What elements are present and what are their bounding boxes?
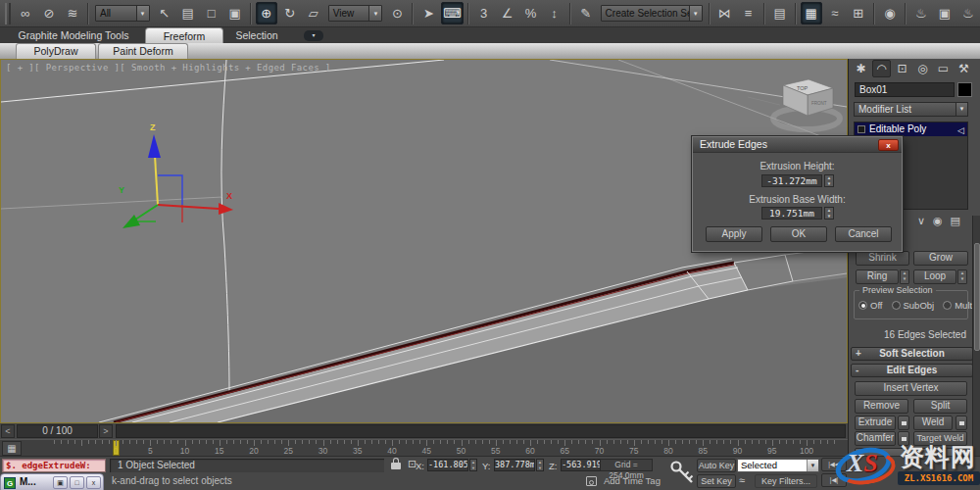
key-filters-button[interactable]: Key Filters... bbox=[755, 474, 817, 488]
loop-spinner[interactable]: ▲▼ bbox=[957, 270, 967, 284]
scrollbar-thumb[interactable] bbox=[974, 243, 980, 351]
percent-snap-icon[interactable]: % bbox=[520, 2, 542, 24]
radio-multi[interactable]: Multi bbox=[943, 300, 974, 311]
grow-button[interactable]: Grow bbox=[913, 251, 968, 266]
x-spinner[interactable]: ▲▼ bbox=[469, 459, 477, 471]
set-key-button[interactable]: Set Key bbox=[697, 474, 736, 488]
ribbon-subtab-polydraw[interactable]: PolyDraw bbox=[16, 43, 96, 59]
render-production-icon[interactable]: ♨ bbox=[957, 2, 979, 24]
select-and-move-icon[interactable]: ⊕ bbox=[256, 2, 277, 24]
motion-tab-icon[interactable]: ◎ bbox=[913, 60, 932, 77]
ribbon-tab-selection[interactable]: Selection bbox=[227, 27, 286, 43]
insert-vertex-button[interactable]: Insert Vertex bbox=[855, 381, 967, 396]
chevron-down-icon[interactable]: ▼ bbox=[807, 460, 818, 471]
display-tab-icon[interactable]: ▭ bbox=[934, 60, 953, 77]
ribbon-tab-graphite-modeling-tools[interactable]: Graphite Modeling Tools bbox=[10, 27, 137, 43]
radio-off[interactable]: Off bbox=[858, 300, 883, 311]
schematic-view-icon[interactable]: ⊞ bbox=[848, 2, 869, 24]
ring-spinner[interactable]: ▲▼ bbox=[900, 270, 909, 284]
rollout-edit-edges[interactable]: -Edit Edges bbox=[851, 364, 973, 377]
rectangular-selection-region-icon[interactable]: □ bbox=[201, 2, 222, 24]
next-frame-arrow-button[interactable]: > bbox=[99, 424, 113, 438]
chevron-down-icon[interactable]: ▼ bbox=[368, 6, 381, 21]
extrusion-base-width-field[interactable]: 19.751mm bbox=[761, 207, 822, 220]
select-by-name-icon[interactable]: ▤ bbox=[177, 2, 199, 24]
radio-dot[interactable] bbox=[858, 301, 867, 310]
pin-stack-icon[interactable]: ∨ bbox=[917, 214, 925, 228]
hierarchy-tab-icon[interactable]: ⊡ bbox=[893, 60, 911, 77]
named-selection-set-dropdown[interactable]: Create Selection Se▼ bbox=[601, 5, 703, 22]
add-time-tag[interactable]: Add Time Tag bbox=[604, 475, 661, 486]
select-and-manipulate-icon[interactable]: ➤ bbox=[417, 2, 439, 24]
x-coordinate-field[interactable]: -161.805m bbox=[427, 459, 468, 471]
rollout-soft-selection[interactable]: +Soft Selection bbox=[851, 347, 973, 361]
align-icon[interactable]: ≡ bbox=[738, 2, 760, 24]
ribbon-tab-freeform[interactable]: Freeform bbox=[145, 27, 223, 43]
z-coordinate-field[interactable]: -563.919m bbox=[561, 459, 602, 471]
viewport-label[interactable]: [ + ][ Perspective ][ Smooth + Highlight… bbox=[6, 63, 331, 73]
select-and-scale-icon[interactable]: ▱ bbox=[303, 2, 324, 24]
layer-manager-icon[interactable]: ▤ bbox=[769, 2, 791, 24]
angle-snap-icon[interactable]: ∠ bbox=[497, 2, 518, 24]
cancel-button[interactable]: Cancel bbox=[835, 226, 892, 242]
chevron-down-icon[interactable]: ▼ bbox=[689, 6, 702, 21]
weld-settings-button[interactable] bbox=[956, 416, 967, 430]
chevron-down-icon[interactable]: ▼ bbox=[956, 103, 967, 116]
close-icon[interactable]: x bbox=[878, 139, 899, 151]
key-mode-dropdown[interactable]: Selected ▼ bbox=[737, 459, 819, 472]
bind-to-space-warp-icon[interactable]: ≋ bbox=[62, 2, 83, 24]
show-end-result-icon[interactable]: ◉ bbox=[933, 214, 943, 228]
material-editor-icon[interactable]: ◉ bbox=[879, 2, 901, 24]
utilities-tab-icon[interactable]: ⚒ bbox=[955, 60, 973, 77]
ring-button[interactable]: Ring bbox=[856, 270, 899, 284]
modify-tab-icon[interactable]: ◠ bbox=[872, 60, 891, 77]
selection-lock-icon[interactable] bbox=[391, 463, 401, 469]
graphite-ribbon-toggle-icon[interactable]: ▦ bbox=[801, 2, 822, 24]
mirror-icon[interactable]: ⋈ bbox=[714, 2, 736, 24]
ribbon-minimize-button[interactable]: ▾ bbox=[304, 30, 323, 41]
apply-button[interactable]: Apply bbox=[706, 226, 762, 242]
y-spinner[interactable]: ▲▼ bbox=[536, 459, 544, 471]
split-button[interactable]: Split bbox=[913, 399, 967, 414]
render-setup-icon[interactable]: ♨ bbox=[910, 2, 932, 24]
chevron-down-icon[interactable]: ▼ bbox=[136, 6, 149, 21]
modifier-list-dropdown[interactable]: Modifier List ▼ bbox=[854, 102, 968, 117]
stack-item-editable-poly[interactable]: Editable Poly ◁ bbox=[855, 122, 967, 136]
y-coordinate-field[interactable]: 387.778mm bbox=[494, 459, 535, 471]
unlink-selection-icon[interactable]: ⊘ bbox=[38, 2, 60, 24]
weld-button[interactable]: Weld bbox=[913, 416, 953, 430]
shrink-button[interactable]: Shrink bbox=[856, 251, 909, 266]
window-crossing-icon[interactable]: ▣ bbox=[224, 2, 246, 24]
object-name-field[interactable]: Box01 bbox=[855, 82, 955, 97]
use-pivot-point-center-icon[interactable]: ⊙ bbox=[386, 2, 408, 24]
auto-key-button[interactable]: Auto Key bbox=[697, 459, 736, 472]
stack-bulb-icon[interactable] bbox=[858, 125, 865, 133]
extrude-button[interactable]: Extrude bbox=[855, 416, 896, 430]
ribbon-subtab-paint-deform[interactable]: Paint Deform bbox=[98, 43, 188, 59]
viewcube-front-face[interactable]: FRONT bbox=[811, 101, 827, 106]
radio-dot[interactable] bbox=[892, 301, 901, 310]
key-filter-curve-icon[interactable]: ≈ bbox=[739, 474, 745, 486]
loop-button[interactable]: Loop bbox=[913, 270, 956, 284]
mini-curve-editor-icon[interactable]: ▦ bbox=[2, 441, 22, 456]
keyboard-override-icon[interactable]: ⌨ bbox=[441, 2, 463, 24]
restore-window-icon[interactable]: ▣ bbox=[53, 476, 68, 489]
select-and-rotate-icon[interactable]: ↻ bbox=[279, 2, 301, 24]
close-window-icon[interactable]: x bbox=[86, 476, 101, 489]
select-and-link-icon[interactable]: ∞ bbox=[15, 2, 36, 24]
remove-button[interactable]: Remove bbox=[855, 399, 908, 414]
previous-frame-arrow-button[interactable]: < bbox=[1, 424, 15, 438]
dialog-title[interactable]: Extrude Edges bbox=[693, 137, 902, 153]
snaps-toggle-icon[interactable]: 3 bbox=[473, 2, 495, 24]
track-bar-keys-strip[interactable] bbox=[116, 424, 846, 438]
extrude-settings-button[interactable] bbox=[898, 416, 909, 430]
subobject-mode-icon[interactable]: ◁ bbox=[957, 123, 964, 137]
rendered-frame-window-icon[interactable]: ▣ bbox=[934, 2, 956, 24]
ok-button[interactable]: OK bbox=[770, 226, 827, 242]
object-color-swatch[interactable] bbox=[957, 82, 972, 97]
create-tab-icon[interactable]: ✱ bbox=[852, 60, 870, 77]
selection-filter-dropdown[interactable]: All▼ bbox=[95, 5, 150, 22]
reference-coordinate-dropdown[interactable]: View▼ bbox=[328, 5, 383, 22]
radio-subobj[interactable]: SubObj bbox=[892, 300, 935, 311]
set-keys-key-icon[interactable] bbox=[668, 459, 696, 486]
